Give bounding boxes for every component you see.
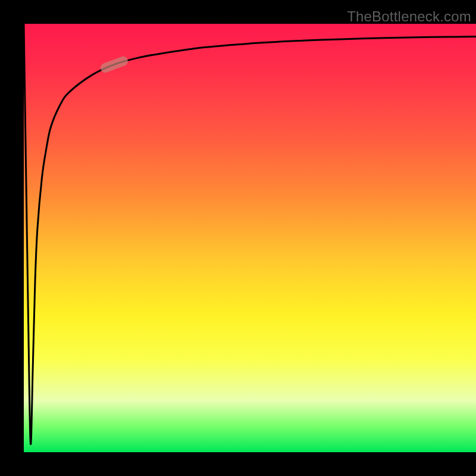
curve-marker [99,55,130,74]
curve-layer [24,24,476,452]
plot-area [24,24,476,452]
chart-frame: TheBottleneck.com [0,0,476,476]
attribution-text: TheBottleneck.com [347,8,471,25]
bottleneck-curve [24,24,476,444]
svg-rect-0 [99,55,130,74]
